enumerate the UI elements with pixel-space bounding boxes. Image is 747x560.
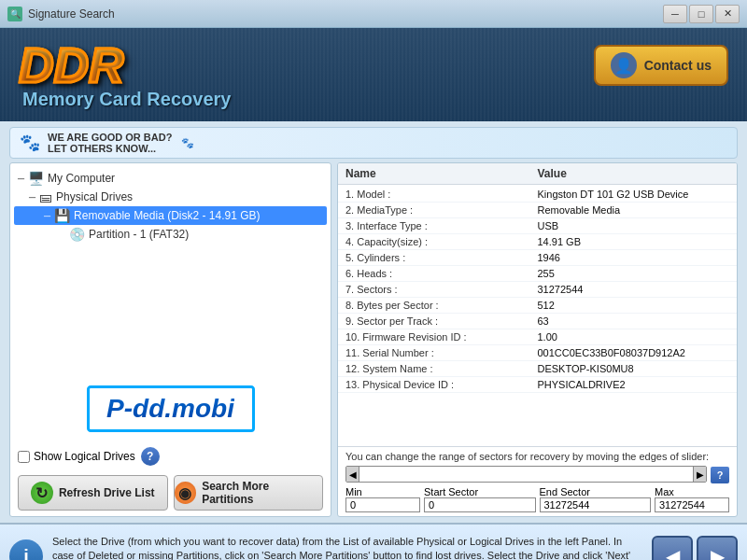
- table-row: 8. Bytes per Sector :512: [338, 298, 737, 314]
- titlebar-title: Signature Search: [28, 7, 115, 21]
- prop-value: 001CC0EC33B0F08037D912A2: [538, 347, 730, 358]
- table-row: 12. System Name :DESKTOP-KIS0MU8: [338, 361, 737, 377]
- prop-value: 31272544: [538, 284, 730, 295]
- left-panel: ─ 🖥️ My Computer ─ 🖴 Physical Drives ─ 💾…: [9, 162, 331, 517]
- prop-name: 11. Serial Number :: [345, 347, 538, 358]
- prop-value: 63: [538, 315, 730, 327]
- tree-area: ─ 🖥️ My Computer ─ 🖴 Physical Drives ─ 💾…: [10, 163, 331, 376]
- minimize-button[interactable]: ─: [663, 5, 687, 23]
- prop-value: 255: [538, 268, 730, 279]
- refresh-label: Refresh Drive List: [59, 486, 155, 499]
- drive-folder-icon: 🖴: [39, 189, 52, 204]
- contact-label: Contact us: [644, 58, 712, 73]
- end-sector-input[interactable]: [540, 497, 652, 512]
- range-row: Min Start Sector End Sector Max: [345, 486, 729, 512]
- table-row: 11. Serial Number :001CC0EC33B0F08037D91…: [338, 345, 737, 361]
- prop-name: 12. System Name :: [345, 363, 538, 374]
- help-button[interactable]: ?: [141, 447, 160, 466]
- right-panel: Name Value 1. Model :Kingston DT 101 G2 …: [337, 162, 738, 517]
- nav-buttons: ◀ ▶: [652, 536, 738, 560]
- show-logical-label[interactable]: Show Logical Drives: [18, 450, 135, 463]
- header-logo: DDR: [19, 37, 124, 93]
- panels: ─ 🖥️ My Computer ─ 🖴 Physical Drives ─ 💾…: [9, 162, 738, 517]
- header-subtitle: Memory Card Recovery: [22, 89, 231, 110]
- table-row: 10. Firmware Revision ID :1.00: [338, 329, 737, 345]
- info-icon: i: [9, 539, 43, 560]
- prop-value: Removable Media: [538, 204, 730, 216]
- table-row: 9. Sector per Track :63: [338, 314, 737, 329]
- min-input[interactable]: [345, 497, 420, 512]
- usb-icon: 💾: [54, 208, 70, 223]
- logo-text: P-dd.mobi: [106, 394, 234, 424]
- slider-right-arrow[interactable]: ▶: [693, 467, 706, 482]
- show-logical-checkbox[interactable]: [18, 451, 30, 463]
- tree-label-partition: Partition - 1 (FAT32): [89, 228, 189, 241]
- close-button[interactable]: ✕: [715, 5, 740, 23]
- tree-item-mycomputer[interactable]: ─ 🖥️ My Computer: [14, 169, 327, 188]
- table-header: Name Value: [338, 163, 737, 185]
- prev-button[interactable]: ◀: [652, 536, 693, 560]
- titlebar-controls: ─ □ ✕: [663, 5, 740, 23]
- app-icon: 🔍: [7, 7, 22, 21]
- max-input[interactable]: [655, 497, 729, 512]
- slider-help-button[interactable]: ?: [711, 467, 729, 483]
- contact-avatar-icon: 👤: [611, 52, 637, 78]
- prop-name: 4. Capacity(size) :: [345, 236, 538, 247]
- start-sector-input[interactable]: [424, 497, 536, 512]
- prop-value: PHYSICALDRIVE2: [538, 379, 730, 390]
- min-label: Min: [345, 486, 420, 512]
- prop-name: 7. Sectors :: [345, 284, 538, 295]
- end-label: End Sector: [540, 486, 652, 497]
- slider-section: You can change the range of sectors for …: [338, 446, 737, 516]
- badge-bar: 🐾 WE ARE GOOD OR BAD? LET OTHERS KNOW...…: [9, 127, 738, 159]
- tree-item-physicaldrives[interactable]: ─ 🖴 Physical Drives: [14, 188, 327, 206]
- prop-name: 2. MediaType :: [345, 204, 538, 216]
- slider-inner[interactable]: [359, 467, 693, 482]
- prop-name: 6. Heads :: [345, 268, 538, 279]
- info-text: Select the Drive (from which you want to…: [52, 535, 642, 560]
- badge-icon-right: 🐾: [181, 137, 194, 149]
- computer-icon: 🖥️: [28, 171, 44, 186]
- prop-value: 1.00: [538, 331, 730, 343]
- prop-name: 8. Bytes per Sector :: [345, 300, 538, 311]
- prop-name: 10. Firmware Revision ID :: [345, 331, 538, 343]
- prop-name: 13. Physical Device ID :: [345, 379, 538, 390]
- badge-icon: 🐾: [20, 133, 40, 153]
- tree-item-removablemedia[interactable]: ─ 💾 Removable Media (Disk2 - 14.91 GB): [14, 206, 327, 225]
- table-row: 7. Sectors :31272544: [338, 282, 737, 298]
- prop-value: Kingston DT 101 G2 USB Device: [538, 189, 730, 200]
- search-label: Search More Partitions: [202, 480, 322, 506]
- max-label: Max: [655, 486, 729, 497]
- titlebar: 🔍 Signature Search ─ □ ✕: [0, 0, 747, 28]
- table-row: 4. Capacity(size) :14.91 GB: [338, 234, 737, 250]
- badge-line2: LET OTHERS KNOW...: [48, 143, 172, 154]
- left-bottom: Show Logical Drives ?: [10, 441, 331, 471]
- table-row: 1. Model :Kingston DT 101 G2 USB Device: [338, 187, 737, 203]
- end-col: End Sector: [540, 486, 652, 512]
- refresh-button[interactable]: ↻ Refresh Drive List: [18, 475, 168, 511]
- prop-name: 5. Cylinders :: [345, 252, 538, 263]
- search-partitions-button[interactable]: ◉ Search More Partitions: [174, 475, 324, 511]
- info-bar: i Select the Drive (from which you want …: [0, 523, 747, 560]
- search-partitions-icon: ◉: [175, 482, 197, 504]
- tree-item-partition[interactable]: ─ 💿 Partition - 1 (FAT32): [14, 225, 327, 244]
- logo-area: P-dd.mobi: [87, 385, 255, 432]
- table-body: 1. Model :Kingston DT 101 G2 USB Device2…: [338, 185, 737, 446]
- slider-track[interactable]: ◀ ▶: [345, 466, 707, 483]
- titlebar-left: 🔍 Signature Search: [7, 7, 115, 21]
- maximize-button[interactable]: □: [689, 5, 713, 23]
- table-row: 6. Heads :255: [338, 266, 737, 282]
- prop-name: 9. Sector per Track :: [345, 315, 538, 327]
- partition-icon: 💿: [69, 227, 85, 242]
- table-row: 5. Cylinders :1946: [338, 250, 737, 266]
- min-label-text: Min: [345, 486, 420, 497]
- badge-line1: WE ARE GOOD OR BAD?: [48, 132, 172, 143]
- next-button[interactable]: ▶: [697, 536, 738, 560]
- prop-value: 14.91 GB: [538, 236, 730, 247]
- contact-button[interactable]: 👤 Contact us: [594, 45, 728, 86]
- tree-label-mycomputer: My Computer: [48, 172, 115, 185]
- header: DDR Memory Card Recovery 👤 Contact us: [0, 28, 747, 121]
- slider-left-arrow[interactable]: ◀: [346, 467, 359, 482]
- show-logical-text: Show Logical Drives: [34, 450, 135, 463]
- prop-value: 512: [538, 300, 730, 311]
